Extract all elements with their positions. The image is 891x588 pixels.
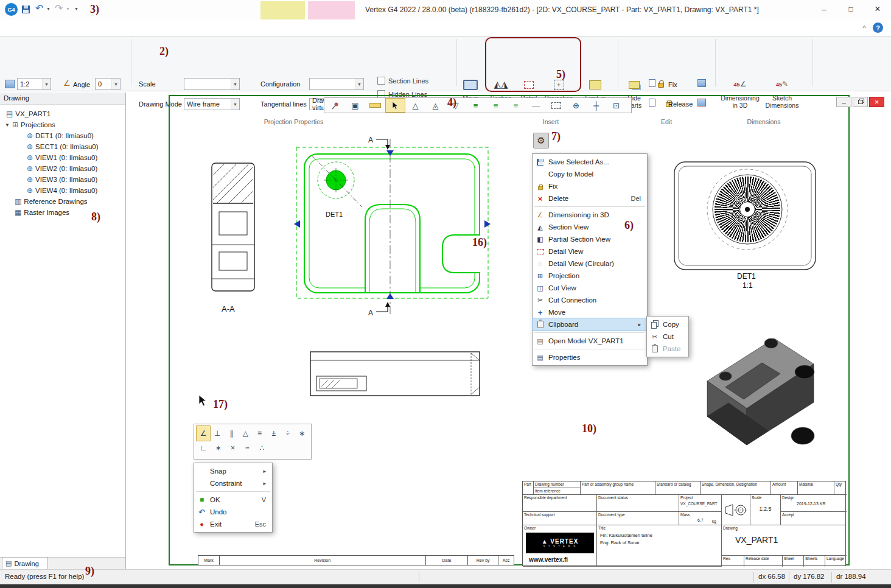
tree-item-view1[interactable]: ⊕VIEW1 (0: Ilmiasu0) [27, 152, 97, 163]
dropdown-arrow-icon[interactable]: ▼ [111, 79, 120, 89]
tree-item-det1[interactable]: ⊕DET1 (0: Ilmiasu0) [27, 130, 94, 141]
submenu-item-paste[interactable]: Paste [647, 343, 688, 355]
collapse-ribbon-icon[interactable]: ^ [859, 23, 869, 33]
menu-item-properties[interactable]: ▤Properties [533, 351, 647, 363]
menu-item-clipboard[interactable]: Clipboard▸ [533, 318, 647, 331]
dots-snap-icon[interactable]: ∴ [255, 441, 269, 455]
save-icon [22, 5, 30, 13]
menu-item-exit[interactable]: ●ExitEsc [194, 518, 272, 530]
zoom-icon[interactable]: ⊕ [567, 99, 585, 112]
marquee-select-icon[interactable] [547, 99, 565, 112]
redo-dropdown-icon[interactable]: ▼ [66, 7, 70, 11]
submenu-item-cut[interactable]: ✂Cut [647, 331, 688, 343]
minimize-button[interactable]: – [811, 0, 837, 18]
fit-view-icon[interactable]: ⊡ [607, 99, 626, 112]
menu-item-save-selected-as[interactable]: Save Selected As... [533, 156, 647, 168]
triangle-snap-icon[interactable]: △ [406, 99, 425, 112]
wave-snap-icon[interactable]: ≈ [240, 441, 254, 455]
menu-item-snap[interactable]: Snap▸ [194, 465, 272, 477]
triangle-lock-icon[interactable]: △ [239, 426, 252, 441]
scale-combo[interactable]: ▼ [184, 78, 240, 90]
close-button[interactable]: × [864, 0, 891, 18]
menu-item-delete[interactable]: ×DeleteDel [533, 192, 647, 205]
triangle-alt-icon[interactable]: ◬ [426, 99, 445, 112]
shaded-3d-view[interactable] [707, 338, 814, 445]
menu-item-copy-to-model[interactable]: Copy to Model [533, 168, 647, 180]
dropdown-arrow-icon[interactable]: ▼ [355, 79, 363, 89]
angle-lock-icon[interactable]: ∠ [197, 426, 210, 441]
projection-lines-icon[interactable]: ≡ [466, 99, 485, 112]
divide-lock-icon[interactable]: ÷ [281, 426, 295, 441]
equal-lock-icon[interactable]: ≡ [253, 426, 267, 441]
detail-brush-disc [715, 177, 780, 242]
plusminus-lock-icon[interactable]: ± [267, 426, 281, 441]
parallel-lock-icon[interactable]: ∥ [225, 426, 238, 441]
menu-item-ok[interactable]: ■OKV [194, 494, 272, 506]
tree-item-projections[interactable]: ▼⊞Projections [5, 119, 55, 130]
view-box-icon[interactable]: ▣ [346, 99, 365, 112]
annotation-16: 16) [472, 236, 487, 249]
qat-customize-icon[interactable]: ▼ [74, 7, 79, 11]
tree-item-sect1[interactable]: ⊕SECT1 (0: Ilmiasu0) [27, 141, 99, 152]
menu-item-undo[interactable]: ↶Undo [194, 506, 272, 518]
save-button[interactable] [22, 5, 30, 15]
mdi-close-button[interactable]: × [869, 97, 884, 107]
view-settings-gear-button[interactable]: ⚙ [533, 133, 549, 149]
menu-item-move[interactable]: +Move [533, 306, 647, 318]
tree-item-vx-part1[interactable]: ▤VX_PART1 [6, 108, 51, 119]
tb-qty: Qty [834, 481, 847, 495]
star-lock-icon[interactable]: ∗ [295, 426, 309, 441]
app-logo[interactable]: G4 [5, 3, 18, 16]
section-view-a-a[interactable] [212, 163, 254, 291]
maximize-button[interactable]: □ [837, 0, 864, 18]
section-lines-checkbox[interactable]: Section Lines [377, 77, 428, 85]
menu-item-fix[interactable]: Fix [533, 180, 647, 192]
menu-item-open-model[interactable]: ▤Open Model VX_PART1 [533, 335, 647, 347]
fix-exchange-icon[interactable] [697, 79, 706, 87]
configuration-combo[interactable]: ▼ [309, 78, 364, 90]
checkbox-icon[interactable] [377, 77, 385, 85]
select-cursor-icon[interactable] [386, 99, 405, 112]
tree-item-raster-images[interactable]: ▦Raster Images [15, 207, 69, 218]
projection-lines-3-icon[interactable]: ≡ [506, 99, 525, 112]
menu-item-detail-view[interactable]: Detail View [533, 245, 647, 257]
perpendicular-lock-icon[interactable]: ⊥ [211, 426, 224, 441]
angle-combo[interactable]: 0▼ [95, 78, 121, 90]
window-title: Vertex G4 2022 / 28.0.00 (beta) (r188329… [365, 5, 759, 14]
tree-item-view3[interactable]: ⊕VIEW3 (0: Ilmiasu0) [27, 174, 97, 185]
ruler-icon[interactable] [366, 99, 385, 112]
corner-snap-icon[interactable]: ∟ [197, 441, 211, 455]
dropdown-arrow-icon[interactable]: ▼ [231, 79, 239, 89]
fix-button[interactable]: Fix [668, 81, 677, 88]
tree-item-view4[interactable]: ⊕VIEW4 (0: Ilmiasu0) [27, 185, 97, 196]
pin-icon[interactable] [326, 99, 344, 112]
redo-button[interactable]: ↷ [55, 2, 63, 14]
menu-item-partial-section-view[interactable]: ◧Partial Section View [533, 233, 647, 245]
rev-acc: Acc [498, 556, 514, 565]
bottom-view[interactable] [310, 352, 480, 396]
menu-item-cut-connection[interactable]: ✂Cut Connection [533, 294, 647, 306]
mdi-restore-button[interactable] [853, 97, 868, 107]
tree-item-reference-drawings[interactable]: ▥Reference Drawings [15, 196, 88, 207]
undo-dropdown-icon[interactable]: ▼ [46, 7, 51, 11]
selected-projection-view[interactable] [294, 139, 491, 314]
chevron-down-icon[interactable]: ▼ [5, 122, 10, 128]
menu-item-constraint[interactable]: Constraint▸ [194, 477, 272, 489]
mdi-minimize-button[interactable]: – [836, 97, 851, 107]
submenu-item-copy[interactable]: Copy [647, 318, 688, 331]
hidden-line-icon[interactable]: — [526, 99, 545, 112]
undo-button[interactable]: ↶ [35, 2, 43, 14]
cross-snap-icon[interactable]: × [226, 441, 240, 455]
origin-axes-icon[interactable]: ┼ [587, 99, 606, 112]
menu-item-detail-view-circular[interactable]: ◌Detail View (Circular) [533, 257, 647, 270]
drawing-scale-combo[interactable]: 1:2▼ [17, 78, 51, 90]
tree-item-view2[interactable]: ⊕VIEW2 (0: Ilmiasu0) [27, 163, 97, 174]
sidebar-tab-drawing[interactable]: ▤Drawing [2, 557, 48, 569]
drawing-scale-icon [5, 80, 15, 88]
dropdown-arrow-icon[interactable]: ▼ [42, 79, 51, 89]
help-icon[interactable]: ? [873, 23, 883, 33]
spray-snap-icon[interactable]: ∗ [211, 441, 225, 455]
menu-item-cut-view[interactable]: ◫Cut View [533, 282, 647, 294]
projection-lines-2-icon[interactable]: ≡ [486, 99, 505, 112]
menu-item-projection[interactable]: ⊞Projection [533, 270, 647, 282]
